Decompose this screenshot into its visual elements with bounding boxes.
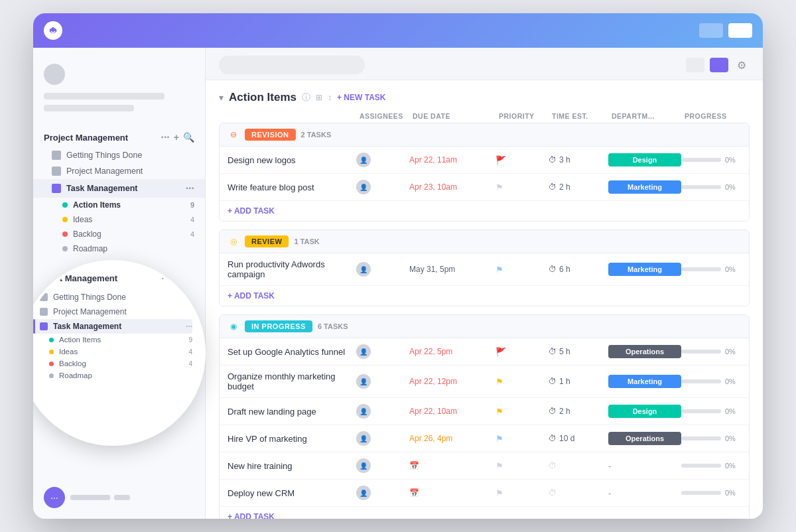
department-badge[interactable]: Operations bbox=[608, 432, 681, 445]
sidebar-header bbox=[33, 58, 205, 127]
col-assignees: ASSIGNEES bbox=[360, 112, 413, 120]
progress-pct: 0% bbox=[725, 489, 736, 497]
content-header: ⚙ bbox=[206, 48, 763, 80]
table-row: Hire VP of marketing 👤 Apr 26, 4pm ⚑ ⏱ 1… bbox=[220, 425, 749, 452]
task-name[interactable]: New hire training bbox=[228, 461, 356, 471]
hourglass-icon: ⏱ bbox=[549, 377, 557, 386]
view-toggle-list[interactable] bbox=[686, 58, 704, 72]
add-task-inprogress[interactable]: + ADD TASK bbox=[220, 507, 749, 519]
department-empty: - bbox=[608, 461, 681, 471]
mag-nav-task-management[interactable]: Task Management ··· bbox=[33, 319, 192, 334]
department-badge[interactable]: Design bbox=[608, 153, 681, 166]
mag-badge-ideas: 4 bbox=[188, 348, 192, 356]
mag-sub-label-backlog: Backlog bbox=[59, 360, 86, 367]
filter-icon[interactable]: ⊞ bbox=[316, 93, 322, 102]
task-name[interactable]: Hire VP of marketing bbox=[228, 434, 356, 444]
sort-icon[interactable]: ↕ bbox=[328, 93, 332, 102]
page-title-row: ▾ Action Items ⓘ ⊞ ↕ + NEW TASK bbox=[219, 91, 750, 104]
add-project-icon[interactable]: + bbox=[174, 132, 179, 143]
collapse-icon[interactable]: ▾ bbox=[219, 92, 224, 103]
progress-cell: 0% bbox=[681, 407, 741, 415]
progress-bar-container bbox=[681, 185, 721, 189]
nav-label-1: Getting Things Done bbox=[66, 151, 142, 160]
sidebar-subitem-ideas[interactable]: Ideas 4 bbox=[33, 212, 205, 227]
priority-flag[interactable]: ⚑ bbox=[496, 407, 549, 417]
priority-flag[interactable]: ⚑ bbox=[496, 182, 549, 192]
priority-flag[interactable]: 🚩 bbox=[496, 347, 549, 357]
sidebar-item-getting-things-done[interactable]: Getting Things Done bbox=[33, 147, 205, 163]
sub-label-roadmap: Roadmap bbox=[73, 244, 107, 253]
task-mgmt-dots-icon[interactable]: ··· bbox=[186, 182, 194, 194]
mag-sub-backlog[interactable]: Backlog 4 bbox=[33, 358, 192, 369]
sidebar-subitem-roadmap[interactable]: Roadmap bbox=[33, 241, 205, 256]
folder-icon-1 bbox=[52, 151, 61, 160]
col-due-date: DUE DATE bbox=[413, 112, 499, 120]
progress-bar-container bbox=[681, 464, 721, 468]
table-row: Deploy new CRM 👤 📅 ⚑ ⏱ - 0% bbox=[220, 480, 749, 507]
inprogress-badge: IN PROGRESS bbox=[245, 320, 312, 332]
priority-flag[interactable]: ⚑ bbox=[496, 461, 549, 471]
task-name[interactable]: Write feature blog post bbox=[228, 182, 356, 192]
mag-sub-ideas[interactable]: Ideas 4 bbox=[33, 346, 192, 358]
chat-bubble-icon[interactable]: ··· bbox=[44, 487, 65, 508]
top-bar-btn-2[interactable] bbox=[728, 23, 752, 38]
task-name[interactable]: Run productivity Adwords campaign bbox=[228, 259, 356, 279]
info-icon[interactable]: ⓘ bbox=[302, 92, 310, 103]
task-name[interactable]: Draft new landing page bbox=[228, 407, 356, 417]
assignee-avatar: 👤 bbox=[356, 180, 371, 194]
add-task-revision[interactable]: + ADD TASK bbox=[220, 201, 749, 221]
progress-cell: 0% bbox=[681, 265, 741, 273]
department-badge[interactable]: Design bbox=[608, 405, 681, 418]
department-badge[interactable]: Marketing bbox=[608, 263, 681, 276]
priority-flag[interactable]: ⚑ bbox=[496, 265, 549, 275]
department-badge[interactable]: Operations bbox=[608, 345, 681, 358]
search-project-icon[interactable]: 🔍 bbox=[183, 132, 194, 143]
mag-nav-project-management[interactable]: Project Management bbox=[33, 304, 192, 319]
add-task-review[interactable]: + ADD TASK bbox=[220, 286, 749, 306]
table-row: Design new logos 👤 Apr 22, 11am 🚩 ⏱ 3 h … bbox=[220, 147, 749, 174]
new-task-button[interactable]: + NEW TASK bbox=[337, 93, 385, 102]
progress-pct: 0% bbox=[725, 156, 736, 164]
mag-sub-label-roadmap: Roadmap bbox=[59, 371, 92, 379]
progress-pct: 0% bbox=[725, 434, 736, 442]
settings-icon[interactable]: ⚙ bbox=[734, 57, 750, 73]
department-badge[interactable]: Marketing bbox=[608, 375, 681, 388]
nav-label-3: Task Management bbox=[66, 184, 137, 193]
sidebar-item-task-management[interactable]: Task Management ··· bbox=[33, 179, 205, 198]
sidebar-subitem-action-items[interactable]: Action Items 9 bbox=[33, 198, 205, 212]
progress-pct: 0% bbox=[725, 265, 736, 273]
progress-pct: 0% bbox=[725, 377, 736, 385]
mag-sub-roadmap[interactable]: Roadmap bbox=[33, 369, 192, 381]
sub-label-backlog: Backlog bbox=[73, 230, 101, 239]
task-name[interactable]: Set up Google Analytics funnel bbox=[228, 347, 356, 357]
mag-nav-getting-things-done[interactable]: Getting Things Done bbox=[33, 290, 192, 304]
department-badge[interactable]: Marketing bbox=[608, 180, 681, 194]
search-bar[interactable] bbox=[219, 56, 365, 74]
sidebar-subitem-backlog[interactable]: Backlog 4 bbox=[33, 227, 205, 241]
device-frame: Project Management ··· + 🔍 Getting Thing… bbox=[33, 13, 763, 519]
top-bar-btn-1[interactable] bbox=[699, 23, 723, 38]
sidebar-bottom: ··· bbox=[44, 487, 130, 508]
review-status-icon: ◎ bbox=[228, 235, 239, 247]
priority-flag[interactable]: ⚑ bbox=[496, 377, 549, 387]
priority-flag[interactable]: 🚩 bbox=[496, 155, 549, 165]
mag-sub-action-items[interactable]: Action Items 9 bbox=[33, 334, 192, 346]
due-date: 📅 bbox=[409, 461, 496, 470]
task-name[interactable]: Organize monthly marketing budget bbox=[228, 371, 356, 391]
mag-nav-label-2: Project Management bbox=[53, 307, 127, 316]
priority-flag[interactable]: ⚑ bbox=[496, 434, 549, 444]
sidebar-item-project-management[interactable]: Project Management bbox=[33, 163, 205, 179]
task-name[interactable]: Design new logos bbox=[228, 155, 356, 165]
app-logo bbox=[44, 21, 62, 40]
project-dots-icon[interactable]: ··· bbox=[161, 131, 169, 143]
view-toggle-board[interactable] bbox=[710, 58, 728, 72]
progress-cell: 0% bbox=[681, 156, 741, 164]
mag-sub-label-ideas: Ideas bbox=[59, 348, 78, 356]
priority-flag[interactable]: ⚑ bbox=[496, 488, 549, 498]
task-name[interactable]: Deploy new CRM bbox=[228, 488, 356, 498]
section-inprogress-header: ◉ IN PROGRESS 6 TASKS bbox=[220, 315, 749, 338]
hourglass-icon: ⏱ bbox=[549, 347, 557, 356]
due-date: Apr 22, 12pm bbox=[409, 377, 496, 386]
time-est: ⏱ bbox=[549, 461, 608, 470]
progress-cell: 0% bbox=[681, 348, 741, 356]
